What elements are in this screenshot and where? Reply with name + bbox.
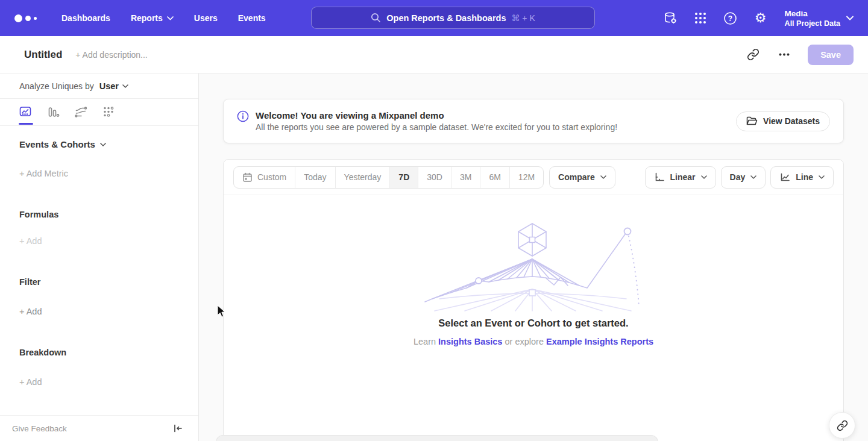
nav-dashboards[interactable]: Dashboards xyxy=(61,13,110,23)
empty-state: Select an Event or Cohort to get started… xyxy=(224,195,843,346)
chevron-down-icon xyxy=(100,143,106,146)
chart-toolbar: Custom Today Yesterday 7D 30D 3M 6M 12M … xyxy=(224,160,843,195)
range-6m[interactable]: 6M xyxy=(480,167,509,188)
interval-selector[interactable]: Day xyxy=(721,166,766,189)
calendar-icon xyxy=(242,172,253,183)
report-header: Untitled + Add description... Save xyxy=(0,36,868,74)
collapse-sidebar-icon[interactable] xyxy=(173,424,183,433)
nav-events[interactable]: Events xyxy=(238,13,266,23)
add-formula-button[interactable]: + Add xyxy=(19,236,198,246)
selected-tab-indicator xyxy=(19,123,33,125)
empty-state-title: Select an Event or Cohort to get started… xyxy=(438,317,628,329)
project-env: All Project Data xyxy=(785,19,840,28)
share-link-fab[interactable] xyxy=(829,412,855,439)
add-filter-button[interactable]: + Add xyxy=(19,307,198,316)
flows-icon xyxy=(74,105,87,119)
link-icon xyxy=(837,420,848,431)
tab-flows[interactable] xyxy=(74,105,88,119)
range-30d[interactable]: 30D xyxy=(418,167,451,188)
analyze-label: Analyze Uniques by xyxy=(19,81,94,91)
folder-icon xyxy=(746,116,758,126)
tab-pivot[interactable] xyxy=(101,105,116,119)
insights-basics-link[interactable]: Insights Basics xyxy=(438,337,502,346)
line-chart-icon xyxy=(779,172,790,183)
chevron-down-icon xyxy=(750,175,756,179)
search-placeholder: Open Reports & Dashboards xyxy=(386,13,506,23)
query-builder-sidebar: Analyze Uniques by User xyxy=(0,74,199,441)
example-reports-link[interactable]: Example Insights Reports xyxy=(546,337,653,346)
chevron-down-icon xyxy=(819,175,825,179)
pivot-dots-icon xyxy=(102,105,115,119)
insights-line-icon xyxy=(19,105,32,119)
top-nav: Dashboards Reports Users Events Open Rep… xyxy=(0,0,868,36)
tab-insights-line[interactable] xyxy=(18,105,33,119)
view-datasets-button[interactable]: View Datasets xyxy=(736,111,830,131)
more-options-icon[interactable] xyxy=(776,47,792,63)
date-range-control: Custom Today Yesterday 7D 30D 3M 6M 12M xyxy=(233,166,544,189)
report-title[interactable]: Untitled xyxy=(24,49,62,61)
settings-gear-icon[interactable]: ⚙ xyxy=(753,11,768,25)
give-feedback-link[interactable]: Give Feedback xyxy=(12,424,67,433)
main-content: Welcome! You are viewing a Mixpanel demo… xyxy=(199,74,868,441)
collapsed-panel-edge[interactable] xyxy=(216,435,658,441)
tab-bar-chart[interactable] xyxy=(46,105,60,119)
nav-users[interactable]: Users xyxy=(194,13,218,23)
save-button[interactable]: Save xyxy=(808,45,854,65)
data-management-icon[interactable] xyxy=(663,11,678,25)
range-3m[interactable]: 3M xyxy=(451,167,480,188)
scale-selector[interactable]: Linear xyxy=(645,166,716,189)
chevron-down-icon xyxy=(846,16,854,20)
range-12m[interactable]: 12M xyxy=(509,167,543,188)
range-today[interactable]: Today xyxy=(295,167,335,188)
linear-axes-icon xyxy=(654,172,665,183)
add-metric-button[interactable]: + Add Metric xyxy=(19,169,198,178)
events-cohorts-section[interactable]: Events & Cohorts xyxy=(19,139,198,149)
middle-text: or explore xyxy=(505,337,543,346)
nav-reports[interactable]: Reports xyxy=(131,13,174,23)
search-shortcut: ⌘ + K xyxy=(511,13,535,23)
add-description-field[interactable]: + Add description... xyxy=(75,50,147,60)
filter-section-title: Filter xyxy=(19,277,198,287)
search-icon xyxy=(371,13,381,23)
analyze-entity-dropdown[interactable]: User xyxy=(99,81,128,91)
copy-link-icon[interactable] xyxy=(745,47,761,63)
range-custom[interactable]: Custom xyxy=(234,167,295,188)
welcome-banner: Welcome! You are viewing a Mixpanel demo… xyxy=(223,99,844,143)
info-icon xyxy=(237,110,249,122)
bar-chart-icon xyxy=(46,105,60,119)
project-name: Media xyxy=(785,8,840,19)
learn-prefix: Learn xyxy=(414,337,436,346)
formulas-section-title: Formulas xyxy=(19,210,198,219)
help-icon[interactable]: ? xyxy=(723,11,738,25)
search-input[interactable]: Open Reports & Dashboards ⌘ + K xyxy=(311,7,595,29)
empty-state-illustration xyxy=(421,222,646,312)
chevron-down-icon xyxy=(701,175,707,179)
range-7d[interactable]: 7D xyxy=(389,167,418,188)
add-breakdown-button[interactable]: + Add xyxy=(19,377,198,387)
breakdown-section-title: Breakdown xyxy=(19,348,198,357)
apps-grid-icon[interactable] xyxy=(693,11,708,25)
insights-chart-card: Custom Today Yesterday 7D 30D 3M 6M 12M … xyxy=(223,159,844,441)
banner-subtitle: All the reports you see are powered by a… xyxy=(256,122,617,132)
chevron-down-icon xyxy=(167,16,174,20)
banner-title: Welcome! You are viewing a Mixpanel demo xyxy=(256,110,617,120)
chart-type-selector[interactable]: Line xyxy=(770,166,834,189)
project-selector[interactable]: Media All Project Data xyxy=(785,8,854,28)
chevron-down-icon xyxy=(600,175,606,179)
svg-text:?: ? xyxy=(728,14,732,23)
compare-button[interactable]: Compare xyxy=(549,166,615,189)
mixpanel-logo[interactable] xyxy=(14,14,42,22)
chevron-down-icon xyxy=(122,84,128,88)
empty-state-links: Learn Insights Basics or explore Example… xyxy=(414,337,653,346)
range-yesterday[interactable]: Yesterday xyxy=(335,167,390,188)
